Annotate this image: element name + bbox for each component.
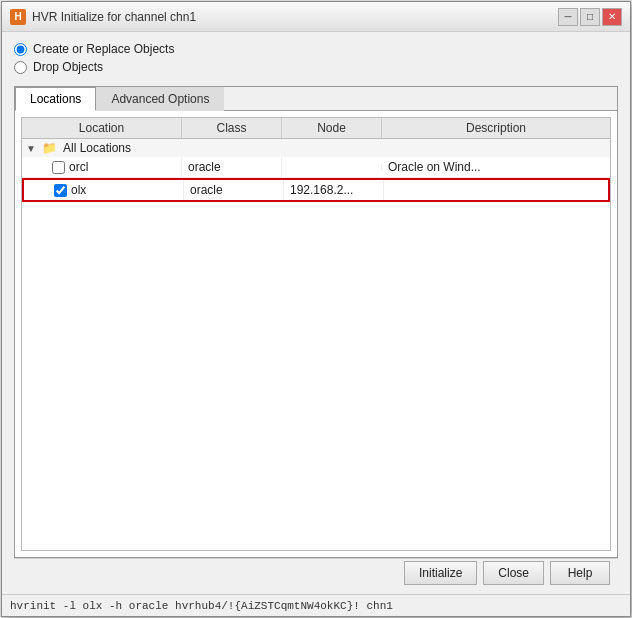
cell-class-orcl: oracle [182, 157, 282, 177]
footer-bar: Initialize Close Help [14, 558, 618, 586]
col-location: Location [22, 118, 182, 138]
window-title: HVR Initialize for channel chn1 [32, 10, 558, 24]
create-radio-label: Create or Replace Objects [33, 42, 174, 56]
minimize-button[interactable]: ─ [558, 8, 578, 26]
window-body: Create or Replace Objects Drop Objects L… [2, 32, 630, 594]
window-controls: ─ □ ✕ [558, 8, 622, 26]
help-button[interactable]: Help [550, 561, 610, 585]
drop-option-row: Drop Objects [14, 60, 618, 74]
table-row[interactable]: orcl oracle Oracle on Wind... [22, 157, 610, 178]
table-row[interactable]: olx oracle 192.168.2... [22, 178, 610, 202]
close-window-button[interactable]: ✕ [602, 8, 622, 26]
tabs-container: Locations Advanced Options Location Clas… [14, 86, 618, 558]
cell-location-orcl: orcl [22, 157, 182, 177]
create-radio[interactable] [14, 43, 27, 56]
col-node: Node [282, 118, 382, 138]
cell-node-olx: 192.168.2... [284, 180, 384, 200]
drop-radio-label: Drop Objects [33, 60, 103, 74]
cell-node-orcl [282, 164, 382, 170]
cell-desc-orcl: Oracle on Wind... [382, 157, 610, 177]
col-class: Class [182, 118, 282, 138]
tab-advanced-options[interactable]: Advanced Options [96, 87, 224, 111]
tree-arrow-icon: ▼ [26, 143, 38, 154]
main-window: H HVR Initialize for channel chn1 ─ □ ✕ … [1, 1, 631, 617]
status-text: hvrinit -l olx -h oracle hvrhub4/!{AiZST… [10, 600, 393, 612]
app-icon: H [10, 9, 26, 25]
initialize-button[interactable]: Initialize [404, 561, 477, 585]
cell-class-olx: oracle [184, 180, 284, 200]
all-locations-group[interactable]: ▼ 📁 All Locations [22, 139, 610, 157]
checkbox-orcl[interactable] [52, 161, 65, 174]
title-bar: H HVR Initialize for channel chn1 ─ □ ✕ [2, 2, 630, 32]
folder-icon: 📁 [42, 141, 57, 155]
cell-location-olx: olx [24, 180, 184, 200]
table-body: ▼ 📁 All Locations orcl oracle Oracle on … [21, 138, 611, 551]
all-locations-label: All Locations [63, 141, 131, 155]
cell-desc-olx [384, 187, 608, 193]
tab-bar: Locations Advanced Options [15, 87, 617, 111]
drop-radio[interactable] [14, 61, 27, 74]
col-description: Description [382, 118, 610, 138]
table-header: Location Class Node Description [21, 117, 611, 138]
tab-locations[interactable]: Locations [15, 87, 96, 111]
close-button[interactable]: Close [483, 561, 544, 585]
maximize-button[interactable]: □ [580, 8, 600, 26]
checkbox-olx[interactable] [54, 184, 67, 197]
status-bar: hvrinit -l olx -h oracle hvrhub4/!{AiZST… [2, 594, 630, 616]
radio-group: Create or Replace Objects Drop Objects [14, 42, 618, 78]
tab-content-locations: Location Class Node Description ▼ 📁 All … [15, 111, 617, 557]
create-option-row: Create or Replace Objects [14, 42, 618, 56]
